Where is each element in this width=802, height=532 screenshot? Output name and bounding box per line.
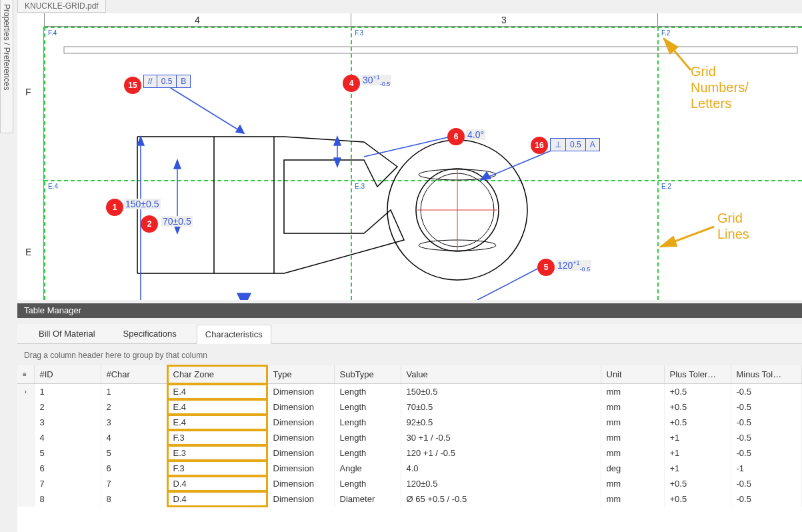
cell-id[interactable]: 5 <box>34 445 101 461</box>
balloon-4[interactable]: 4 <box>343 75 360 92</box>
cell-char[interactable]: 8 <box>101 491 167 507</box>
col-value[interactable]: Value <box>401 365 601 384</box>
cell-id[interactable]: 4 <box>34 430 101 445</box>
cell-type[interactable]: Dimension <box>267 461 334 476</box>
cell-plus-tol[interactable]: +0.5 <box>664 415 731 430</box>
cell-unit[interactable]: mm <box>601 445 664 461</box>
balloon-5[interactable]: 5 <box>537 259 555 276</box>
tab-specifications[interactable]: Specifications <box>115 325 185 343</box>
group-by-bar[interactable]: Drag a column header here to group by th… <box>17 347 802 365</box>
balloon-6[interactable]: 6 <box>447 128 465 145</box>
menu-icon[interactable]: ≡ <box>17 365 34 384</box>
cell-char-zone[interactable]: F.3 <box>167 461 267 476</box>
cell-plus-tol[interactable]: +1 <box>664 445 731 461</box>
cell-unit[interactable]: mm <box>601 430 664 445</box>
cell-type[interactable]: Dimension <box>267 491 334 507</box>
cell-value[interactable]: 92±0.5 <box>401 415 601 430</box>
cell-type[interactable]: Dimension <box>267 384 334 400</box>
side-panel-tab[interactable]: Properties / Preferences <box>0 0 13 133</box>
cell-subtype[interactable]: Length <box>334 384 401 400</box>
cell-unit[interactable]: mm <box>601 415 664 430</box>
drawing-canvas[interactable]: F.4 F.3 F.2 E.4 E.3 E.2 <box>44 27 802 300</box>
cell-unit[interactable]: mm <box>601 399 664 415</box>
cell-id[interactable]: 2 <box>34 399 101 415</box>
cell-minus-tol[interactable]: -0.5 <box>731 384 802 400</box>
cell-minus-tol[interactable]: -0.5 <box>731 430 802 445</box>
table-row[interactable]: 44F.3DimensionLength30 +1 / -0.5mm+1-0.5 <box>17 430 802 445</box>
col-char[interactable]: #Char <box>101 365 167 384</box>
cell-value[interactable]: 30 +1 / -0.5 <box>401 430 601 445</box>
cell-value[interactable]: 120±0.5 <box>401 476 601 491</box>
cell-type[interactable]: Dimension <box>267 476 334 491</box>
col-subtype[interactable]: SubType <box>334 365 401 384</box>
cell-char[interactable]: 6 <box>101 461 167 476</box>
cell-id[interactable]: 8 <box>34 491 101 507</box>
row-indicator[interactable] <box>17 399 34 415</box>
cell-plus-tol[interactable]: +0.5 <box>664 399 731 415</box>
cell-minus-tol[interactable]: -0.5 <box>731 476 802 491</box>
cell-subtype[interactable]: Length <box>334 399 401 415</box>
balloon-1[interactable]: 1 <box>106 199 123 216</box>
table-row[interactable]: 55E.3DimensionLength120 +1 / -0.5mm+1-0.… <box>17 445 802 461</box>
cell-subtype[interactable]: Diameter <box>334 491 401 507</box>
cell-id[interactable]: 3 <box>34 415 101 430</box>
cell-char[interactable]: 5 <box>101 445 167 461</box>
cell-id[interactable]: 1 <box>34 384 101 400</box>
dimension-4[interactable]: 30+1-0.5 <box>361 75 391 85</box>
col-char-zone[interactable]: Char Zone <box>167 365 267 384</box>
row-indicator[interactable] <box>17 461 34 476</box>
cell-subtype[interactable]: Length <box>334 476 401 491</box>
table-row[interactable]: 77D.4DimensionLength120±0.5mm+0.5-0.5 <box>17 476 802 491</box>
cell-plus-tol[interactable]: +1 <box>664 430 731 445</box>
cell-type[interactable]: Dimension <box>267 399 334 415</box>
cell-char-zone[interactable]: D.4 <box>167 491 267 507</box>
cell-char[interactable]: 2 <box>101 399 167 415</box>
row-indicator[interactable] <box>17 430 34 445</box>
table-row[interactable]: 88D.4DimensionDiameterØ 65 +0.5 / -0.5mm… <box>17 491 802 507</box>
cell-subtype[interactable]: Length <box>334 415 401 430</box>
cell-minus-tol[interactable]: -0.5 <box>731 491 802 507</box>
cell-char-zone[interactable]: E.3 <box>167 445 267 461</box>
dimension-6[interactable]: 4.0° <box>466 129 485 140</box>
cell-char-zone[interactable]: D.4 <box>167 476 267 491</box>
dimension-5[interactable]: 120+1-0.5 <box>556 260 591 271</box>
cell-subtype[interactable]: Angle <box>334 461 401 476</box>
cell-unit[interactable]: mm <box>601 476 664 491</box>
col-minus-tol[interactable]: Minus Tol… <box>731 365 802 384</box>
table-row[interactable]: 33E.4DimensionLength92±0.5mm+0.5-0.5 <box>17 415 802 430</box>
cell-plus-tol[interactable]: +0.5 <box>664 491 731 507</box>
cell-value[interactable]: 70±0.5 <box>401 399 601 415</box>
cell-value[interactable]: 4.0 <box>401 461 601 476</box>
dimension-2[interactable]: 70±0.5 <box>161 216 193 227</box>
cell-unit[interactable]: deg <box>601 461 664 476</box>
cell-value[interactable]: 120 +1 / -0.5 <box>401 445 601 461</box>
tab-characteristics[interactable]: Characteristics <box>197 325 271 344</box>
cell-id[interactable]: 7 <box>34 476 101 491</box>
cell-minus-tol[interactable]: -0.5 <box>731 445 802 461</box>
cell-type[interactable]: Dimension <box>267 430 334 445</box>
fcf-perpendicularity[interactable]: ⊥ 0.5 A <box>551 138 600 151</box>
cell-char-zone[interactable]: F.3 <box>167 430 267 445</box>
cell-plus-tol[interactable]: +1 <box>664 461 731 476</box>
fcf-parallelism[interactable]: // 0.5 B <box>144 75 191 88</box>
cell-subtype[interactable]: Length <box>334 445 401 461</box>
drawing-viewport[interactable]: 4 3 2 F E F.4 F.3 F.2 E.4 E.3 E.2 <box>17 13 802 300</box>
cell-char[interactable]: 7 <box>101 476 167 491</box>
cell-unit[interactable]: mm <box>601 491 664 507</box>
cell-unit[interactable]: mm <box>601 384 664 400</box>
table-row[interactable]: ›11E.4DimensionLength150±0.5mm+0.5-0.5 <box>17 384 802 400</box>
cell-minus-tol[interactable]: -0.5 <box>731 399 802 415</box>
cell-minus-tol[interactable]: -1 <box>731 461 802 476</box>
cell-plus-tol[interactable]: +0.5 <box>664 384 731 400</box>
cell-value[interactable]: Ø 65 +0.5 / -0.5 <box>401 491 601 507</box>
col-type[interactable]: Type <box>267 365 334 384</box>
dimension-1[interactable]: 150±0.5 <box>124 199 161 209</box>
table-row[interactable]: 66F.3DimensionAngle4.0deg+1-1 <box>17 461 802 476</box>
balloon-2[interactable]: 2 <box>141 215 158 233</box>
row-indicator[interactable] <box>17 491 34 507</box>
cell-value[interactable]: 150±0.5 <box>401 384 601 400</box>
tab-bom[interactable]: Bill Of Material <box>31 325 103 343</box>
cell-char-zone[interactable]: E.4 <box>167 399 267 415</box>
cell-id[interactable]: 6 <box>34 461 101 476</box>
cell-subtype[interactable]: Length <box>334 430 401 445</box>
